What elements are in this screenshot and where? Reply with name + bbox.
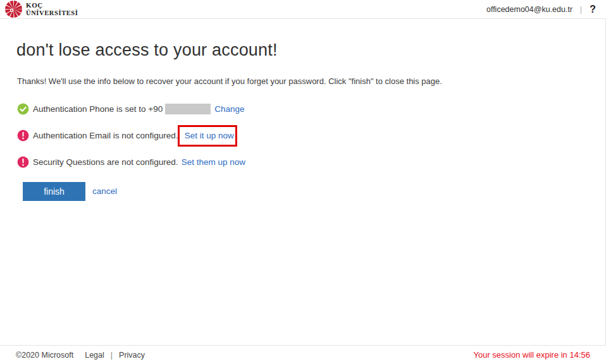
redacted-phone-number xyxy=(165,104,211,114)
change-phone-link[interactable]: Change xyxy=(214,104,244,114)
content-right-border xyxy=(605,19,606,364)
session-expiry-notice: Your session will expire in 14:56 xyxy=(473,350,590,360)
intro-text: Thanks! We'll use the info below to reco… xyxy=(17,76,442,86)
set-up-email-link[interactable]: Set it up now xyxy=(185,131,234,140)
set-up-questions-link[interactable]: Set them up now xyxy=(182,157,245,167)
cancel-link[interactable]: cancel xyxy=(92,182,117,201)
koc-university-logo-icon xyxy=(5,1,22,18)
recovery-item-security-questions: Security Questions are not configured. S… xyxy=(17,155,245,168)
signed-in-account-email: officedemo04@ku.edu.tr xyxy=(486,5,572,14)
error-exclamation-icon xyxy=(17,156,29,168)
recovery-item-phone: Authentication Phone is set to +90 Chang… xyxy=(17,102,245,115)
logo-line1: KOÇ xyxy=(26,2,78,9)
header-separator: | xyxy=(580,5,582,14)
footer-left: ©2020 Microsoft Legal | Privacy xyxy=(16,351,145,360)
logo-line2: ÜNİVERSİTESİ xyxy=(26,9,78,16)
email-status-text: Authentication Email is not configured. xyxy=(33,131,178,140)
university-logo-text: KOÇ ÜNİVERSİTESİ xyxy=(26,2,78,16)
page-title: don't lose access to your account! xyxy=(16,40,278,60)
footer: ©2020 Microsoft Legal | Privacy Your ses… xyxy=(0,345,606,364)
error-exclamation-icon xyxy=(17,130,29,142)
password-reset-registration-page: KOÇ ÜNİVERSİTESİ officedemo04@ku.edu.tr … xyxy=(0,0,611,364)
recovery-item-email: Authentication Email is not configured. … xyxy=(17,129,234,142)
university-logo: KOÇ ÜNİVERSİTESİ xyxy=(5,1,78,18)
help-button[interactable]: ? xyxy=(589,4,596,15)
phone-status-text: Authentication Phone is set to +90 xyxy=(33,104,163,114)
legal-link[interactable]: Legal xyxy=(85,351,104,360)
finish-button[interactable]: finish xyxy=(23,182,85,201)
header-right: officedemo04@ku.edu.tr | ? xyxy=(486,0,596,19)
annotation-highlight-box: Set it up now xyxy=(185,131,234,140)
privacy-link[interactable]: Privacy xyxy=(119,351,145,360)
success-check-icon xyxy=(17,103,29,115)
questions-status-text: Security Questions are not configured. xyxy=(33,157,178,167)
copyright-text: ©2020 Microsoft xyxy=(16,351,73,360)
footer-separator: | xyxy=(111,351,113,360)
